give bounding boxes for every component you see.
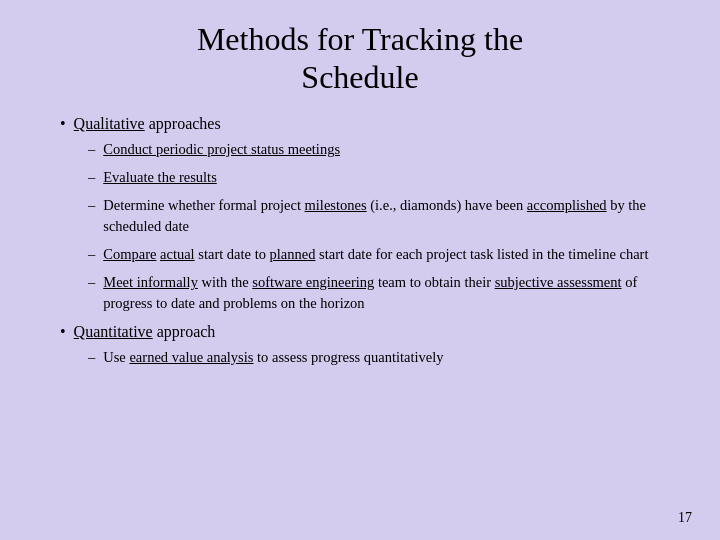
- qualitative-label: Qualitative approaches: [74, 115, 221, 133]
- title-line2: Schedule: [301, 59, 418, 95]
- sub-item-1: – Conduct periodic project status meetin…: [88, 139, 680, 159]
- sub2-underline: Evaluate the results: [103, 169, 217, 185]
- content-area: • Qualitative approaches – Conduct perio…: [40, 115, 680, 520]
- actual-underline: actual: [160, 246, 195, 262]
- sub-item-4: – Compare actual start date to planned s…: [88, 244, 680, 264]
- quantitative-underline: Quantitative: [74, 323, 153, 340]
- sub-item-2: – Evaluate the results: [88, 167, 680, 187]
- page-number: 17: [678, 510, 692, 526]
- sub-item-5: – Meet informally with the software engi…: [88, 272, 680, 313]
- bullet-dot-2: •: [60, 323, 66, 341]
- title-area: Methods for Tracking the Schedule: [40, 20, 680, 97]
- title-line1: Methods for Tracking the: [197, 21, 523, 57]
- sub-text-4: Compare actual start date to planned sta…: [103, 244, 648, 264]
- slide-title: Methods for Tracking the Schedule: [40, 20, 680, 97]
- q-sub-item-1: – Use earned value analysis to assess pr…: [88, 347, 680, 367]
- dash-3: –: [88, 195, 95, 215]
- sub1-underline: Conduct periodic project status meetings: [103, 141, 340, 157]
- qualitative-sub-items: – Conduct periodic project status meetin…: [88, 139, 680, 313]
- bullet-main-qualitative: • Qualitative approaches: [60, 115, 680, 133]
- dash-2: –: [88, 167, 95, 187]
- q-dash-1: –: [88, 347, 95, 367]
- quantitative-label: Quantitative approach: [74, 323, 216, 341]
- sub-text-3: Determine whether formal project milesto…: [103, 195, 680, 236]
- dash-1: –: [88, 139, 95, 159]
- sub-item-3: – Determine whether formal project miles…: [88, 195, 680, 236]
- compare-underline: Compare: [103, 246, 156, 262]
- meet-underline: Meet informally: [103, 274, 198, 290]
- milestones-underline: milestones: [305, 197, 367, 213]
- bullet-qualitative: • Qualitative approaches – Conduct perio…: [60, 115, 680, 313]
- sub-text-2: Evaluate the results: [103, 167, 217, 187]
- quantitative-sub-items: – Use earned value analysis to assess pr…: [88, 347, 680, 367]
- q-sub-text-1: Use earned value analysis to assess prog…: [103, 347, 443, 367]
- softeng-underline: software engineering: [252, 274, 374, 290]
- sub-text-5: Meet informally with the software engine…: [103, 272, 680, 313]
- slide-container: Methods for Tracking the Schedule • Qual…: [40, 20, 680, 520]
- subjective-underline: subjective assessment: [495, 274, 622, 290]
- bullet-main-quantitative: • Quantitative approach: [60, 323, 680, 341]
- dash-4: –: [88, 244, 95, 264]
- bullet-quantitative: • Quantitative approach – Use earned val…: [60, 323, 680, 367]
- dash-5: –: [88, 272, 95, 292]
- qualitative-underline: Qualitative: [74, 115, 145, 132]
- earned-value-underline: earned value analysis: [129, 349, 253, 365]
- accomplished-underline: accomplished: [527, 197, 607, 213]
- planned-underline: planned: [270, 246, 316, 262]
- sub-text-1: Conduct periodic project status meetings: [103, 139, 340, 159]
- bullet-dot-1: •: [60, 115, 66, 133]
